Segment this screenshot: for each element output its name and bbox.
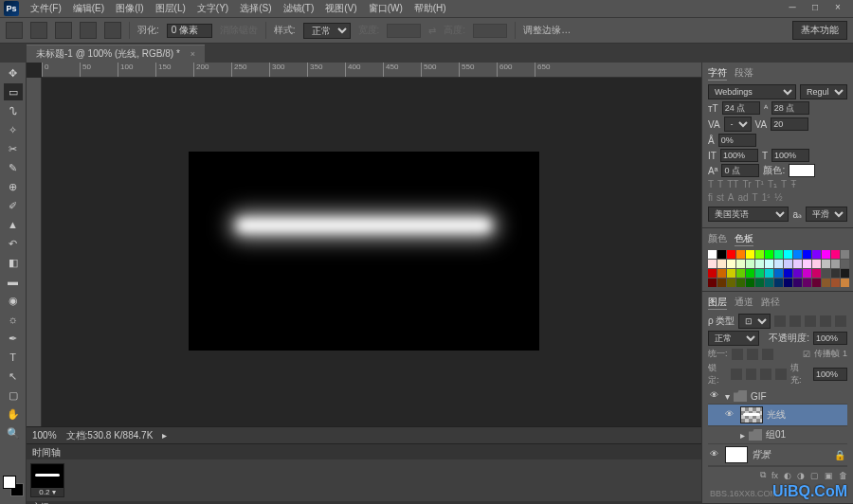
font-family-select[interactable]: Webdings: [708, 84, 796, 99]
layer-mask-icon[interactable]: ◐: [784, 471, 791, 480]
marquee-tool[interactable]: ▭: [4, 83, 23, 100]
new-group-icon[interactable]: ▢: [810, 471, 819, 480]
swatch[interactable]: [812, 269, 821, 278]
swatch[interactable]: [793, 250, 802, 259]
zoom-level[interactable]: 100%: [32, 430, 57, 441]
stamp-tool[interactable]: ▲: [4, 216, 23, 233]
filter-type-icon[interactable]: [805, 315, 816, 327]
marquee-mode-add-icon[interactable]: [55, 22, 72, 39]
menu-item[interactable]: 编辑(E): [67, 0, 110, 17]
minimize-button[interactable]: ─: [781, 2, 804, 15]
swatch[interactable]: [841, 269, 849, 278]
layer-fx-icon[interactable]: fx: [771, 471, 778, 480]
swatch[interactable]: [784, 260, 792, 268]
frame-delay[interactable]: 0.2 ▾: [31, 488, 64, 496]
antialias-select[interactable]: 平滑: [806, 207, 847, 222]
wand-tool[interactable]: ✧: [4, 121, 23, 138]
move-tool[interactable]: ✥: [4, 64, 23, 81]
close-button[interactable]: ×: [826, 2, 849, 15]
swatch[interactable]: [774, 279, 783, 287]
swatch[interactable]: [774, 260, 783, 268]
new-layer-icon[interactable]: ▣: [825, 471, 833, 480]
marquee-mode-intersect-icon[interactable]: [104, 22, 121, 39]
swatch[interactable]: [774, 269, 783, 278]
text-style-button[interactable]: T: [781, 179, 787, 189]
swatch[interactable]: [784, 269, 792, 278]
swatch[interactable]: [784, 250, 792, 259]
propagate-label[interactable]: 传播帧 1: [814, 348, 847, 360]
dodge-tool[interactable]: ☼: [4, 311, 23, 328]
visibility-toggle-icon[interactable]: 👁: [710, 449, 721, 460]
tab-paths[interactable]: 路径: [761, 296, 780, 310]
swatch[interactable]: [765, 269, 773, 278]
baseline-pct-input[interactable]: [718, 134, 756, 147]
text-style-button[interactable]: T: [708, 179, 714, 189]
swatch[interactable]: [803, 269, 811, 278]
eraser-tool[interactable]: ◧: [4, 254, 23, 271]
marquee-mode-new-icon[interactable]: [30, 22, 47, 39]
swatch[interactable]: [841, 260, 849, 268]
menu-item[interactable]: 视图(V): [319, 0, 362, 17]
style-select[interactable]: 正常: [303, 23, 351, 39]
swatch[interactable]: [708, 279, 717, 287]
type-tool[interactable]: T: [4, 349, 23, 366]
swatch[interactable]: [822, 250, 830, 259]
swatch[interactable]: [793, 269, 802, 278]
swatch[interactable]: [708, 260, 717, 268]
blur-tool[interactable]: ◉: [4, 292, 23, 309]
swatch[interactable]: [727, 250, 735, 259]
text-style-button[interactable]: T¹: [755, 179, 764, 189]
menu-item[interactable]: 帮助(H): [408, 0, 452, 17]
swatch[interactable]: [717, 279, 726, 287]
swatch[interactable]: [774, 250, 783, 259]
brush-tool[interactable]: ✐: [4, 197, 23, 214]
fill-input[interactable]: [813, 368, 847, 381]
menu-item[interactable]: 文件(F): [25, 0, 67, 17]
delete-layer-icon[interactable]: 🗑: [839, 471, 847, 480]
swatch[interactable]: [803, 260, 811, 268]
timeline-frame[interactable]: 0.2 ▾: [30, 463, 64, 497]
swatch[interactable]: [717, 269, 726, 278]
text-style-button[interactable]: T: [717, 179, 723, 189]
swatch[interactable]: [736, 279, 745, 287]
menu-item[interactable]: 滤镜(T): [278, 0, 320, 17]
unify-position-icon[interactable]: [732, 349, 743, 360]
feather-input[interactable]: [167, 24, 212, 38]
swatch[interactable]: [812, 250, 821, 259]
swatch[interactable]: [803, 250, 811, 259]
eyedropper-tool[interactable]: ✎: [4, 159, 23, 176]
menu-item[interactable]: 窗口(W): [363, 0, 408, 17]
vscale-input[interactable]: [720, 149, 758, 162]
swatch[interactable]: [708, 250, 717, 259]
swatch[interactable]: [765, 260, 773, 268]
text-style-button[interactable]: Ŧ: [790, 179, 796, 189]
gradient-tool[interactable]: ▬: [4, 273, 23, 290]
healing-tool[interactable]: ⊕: [4, 178, 23, 195]
filter-pixel-icon[interactable]: [774, 315, 786, 327]
filter-smart-icon[interactable]: [835, 315, 846, 327]
lock-pixels-icon[interactable]: [746, 369, 757, 380]
menu-item[interactable]: 图像(I): [110, 0, 149, 17]
baseline-shift-input[interactable]: [721, 164, 759, 177]
tab-swatches[interactable]: 色板: [735, 232, 753, 246]
visibility-toggle-icon[interactable]: [725, 429, 736, 441]
pen-tool[interactable]: ✒: [4, 330, 23, 347]
workspace-switcher[interactable]: 基本功能: [792, 21, 847, 40]
doc-info-dropdown-icon[interactable]: ▸: [162, 430, 167, 441]
swatch[interactable]: [831, 260, 840, 268]
text-style-button[interactable]: T₁: [768, 179, 777, 189]
swatch[interactable]: [822, 260, 830, 268]
swatch[interactable]: [727, 279, 735, 287]
history-brush-tool[interactable]: ↶: [4, 235, 23, 252]
layer-name[interactable]: 光线: [767, 408, 786, 422]
swatch[interactable]: [755, 260, 764, 268]
layer-group-row[interactable]: 👁 ▾ GIF: [708, 388, 847, 405]
close-tab-icon[interactable]: ×: [191, 49, 195, 59]
path-tool[interactable]: ↖: [4, 368, 23, 385]
zoom-tool[interactable]: 🔍: [4, 424, 23, 441]
link-layers-icon[interactable]: ⧉: [760, 470, 766, 480]
swatch[interactable]: [793, 279, 802, 287]
layer-row[interactable]: 👁 光线: [708, 405, 847, 426]
lock-all-icon[interactable]: [775, 369, 787, 380]
doc-info[interactable]: 文档:530.8 K/884.7K: [66, 429, 154, 442]
